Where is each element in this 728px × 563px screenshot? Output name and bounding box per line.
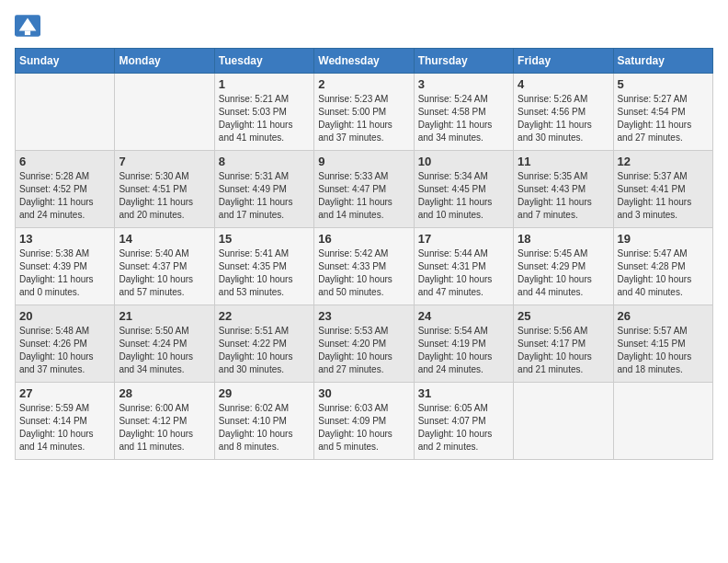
calendar-cell: 22Sunrise: 5:51 AM Sunset: 4:22 PM Dayli… xyxy=(214,305,313,383)
calendar-cell: 19Sunrise: 5:47 AM Sunset: 4:28 PM Dayli… xyxy=(613,228,712,305)
weekday-header: Thursday xyxy=(414,49,513,74)
day-info: Sunrise: 5:24 AM Sunset: 4:58 PM Dayligh… xyxy=(418,93,509,144)
day-number: 13 xyxy=(19,232,110,246)
calendar-cell: 23Sunrise: 5:53 AM Sunset: 4:20 PM Dayli… xyxy=(314,305,414,383)
day-info: Sunrise: 5:41 AM Sunset: 4:35 PM Dayligh… xyxy=(219,247,310,299)
logo-icon xyxy=(15,15,40,37)
calendar-cell: 3Sunrise: 5:24 AM Sunset: 4:58 PM Daylig… xyxy=(414,74,513,151)
calendar-cell: 17Sunrise: 5:44 AM Sunset: 4:31 PM Dayli… xyxy=(414,228,513,305)
day-number: 18 xyxy=(518,232,609,246)
calendar-cell: 11Sunrise: 5:35 AM Sunset: 4:43 PM Dayli… xyxy=(514,151,613,228)
calendar-cell: 26Sunrise: 5:57 AM Sunset: 4:15 PM Dayli… xyxy=(613,305,712,383)
day-number: 9 xyxy=(318,155,409,168)
day-info: Sunrise: 6:02 AM Sunset: 4:10 PM Dayligh… xyxy=(219,402,310,454)
day-number: 20 xyxy=(19,309,110,323)
svg-rect-2 xyxy=(25,30,30,35)
day-info: Sunrise: 5:26 AM Sunset: 4:56 PM Dayligh… xyxy=(518,93,609,144)
day-number: 26 xyxy=(618,309,709,323)
day-info: Sunrise: 5:27 AM Sunset: 4:54 PM Dayligh… xyxy=(618,93,709,144)
calendar-cell: 20Sunrise: 5:48 AM Sunset: 4:26 PM Dayli… xyxy=(16,305,115,383)
day-info: Sunrise: 6:03 AM Sunset: 4:09 PM Dayligh… xyxy=(318,402,409,454)
weekday-header: Tuesday xyxy=(214,49,313,74)
day-info: Sunrise: 5:51 AM Sunset: 4:22 PM Dayligh… xyxy=(219,325,310,376)
day-number: 21 xyxy=(119,309,210,323)
day-number: 5 xyxy=(618,77,709,91)
calendar-cell: 30Sunrise: 6:03 AM Sunset: 4:09 PM Dayli… xyxy=(314,383,414,460)
calendar-cell: 6Sunrise: 5:28 AM Sunset: 4:52 PM Daylig… xyxy=(16,151,115,228)
day-info: Sunrise: 5:53 AM Sunset: 4:20 PM Dayligh… xyxy=(318,325,409,376)
day-info: Sunrise: 5:42 AM Sunset: 4:33 PM Dayligh… xyxy=(318,247,409,299)
calendar-cell xyxy=(514,383,613,460)
calendar-cell: 9Sunrise: 5:33 AM Sunset: 4:47 PM Daylig… xyxy=(314,151,414,228)
day-number: 30 xyxy=(318,386,409,400)
day-number: 16 xyxy=(318,232,409,246)
calendar-cell: 10Sunrise: 5:34 AM Sunset: 4:45 PM Dayli… xyxy=(414,151,513,228)
day-number: 28 xyxy=(119,386,210,400)
day-info: Sunrise: 6:00 AM Sunset: 4:12 PM Dayligh… xyxy=(119,402,210,454)
weekday-header: Friday xyxy=(514,49,613,74)
day-info: Sunrise: 5:40 AM Sunset: 4:37 PM Dayligh… xyxy=(119,247,210,299)
day-number: 7 xyxy=(119,155,210,168)
calendar-cell: 21Sunrise: 5:50 AM Sunset: 4:24 PM Dayli… xyxy=(115,305,214,383)
weekday-header: Monday xyxy=(115,49,214,74)
day-number: 23 xyxy=(318,309,409,323)
day-info: Sunrise: 5:35 AM Sunset: 4:43 PM Dayligh… xyxy=(518,170,609,222)
day-info: Sunrise: 5:44 AM Sunset: 4:31 PM Dayligh… xyxy=(418,247,509,299)
calendar-table: SundayMondayTuesdayWednesdayThursdayFrid… xyxy=(15,48,713,460)
calendar-week-row: 6Sunrise: 5:28 AM Sunset: 4:52 PM Daylig… xyxy=(16,151,713,228)
day-number: 25 xyxy=(518,309,609,323)
day-info: Sunrise: 5:57 AM Sunset: 4:15 PM Dayligh… xyxy=(618,325,709,376)
weekday-header: Sunday xyxy=(16,49,115,74)
calendar-cell: 1Sunrise: 5:21 AM Sunset: 5:03 PM Daylig… xyxy=(214,74,313,151)
calendar-cell: 14Sunrise: 5:40 AM Sunset: 4:37 PM Dayli… xyxy=(115,228,214,305)
calendar-cell: 5Sunrise: 5:27 AM Sunset: 4:54 PM Daylig… xyxy=(613,74,712,151)
page-header xyxy=(15,15,713,37)
day-number: 19 xyxy=(618,232,709,246)
calendar-week-row: 1Sunrise: 5:21 AM Sunset: 5:03 PM Daylig… xyxy=(16,74,713,151)
day-number: 8 xyxy=(219,155,310,168)
calendar-cell: 24Sunrise: 5:54 AM Sunset: 4:19 PM Dayli… xyxy=(414,305,513,383)
day-info: Sunrise: 5:37 AM Sunset: 4:41 PM Dayligh… xyxy=(618,170,709,222)
day-info: Sunrise: 5:48 AM Sunset: 4:26 PM Dayligh… xyxy=(19,325,110,376)
calendar-cell: 31Sunrise: 6:05 AM Sunset: 4:07 PM Dayli… xyxy=(414,383,513,460)
day-info: Sunrise: 6:05 AM Sunset: 4:07 PM Dayligh… xyxy=(418,402,509,454)
day-info: Sunrise: 5:38 AM Sunset: 4:39 PM Dayligh… xyxy=(19,247,110,299)
day-info: Sunrise: 5:47 AM Sunset: 4:28 PM Dayligh… xyxy=(618,247,709,299)
day-info: Sunrise: 5:21 AM Sunset: 5:03 PM Dayligh… xyxy=(219,93,310,144)
day-info: Sunrise: 5:23 AM Sunset: 5:00 PM Dayligh… xyxy=(318,93,409,144)
day-number: 12 xyxy=(618,155,709,168)
day-info: Sunrise: 5:31 AM Sunset: 4:49 PM Dayligh… xyxy=(219,170,310,222)
logo xyxy=(15,15,44,37)
calendar-cell xyxy=(16,74,115,151)
calendar-cell xyxy=(613,383,712,460)
day-info: Sunrise: 5:54 AM Sunset: 4:19 PM Dayligh… xyxy=(418,325,509,376)
calendar-cell: 28Sunrise: 6:00 AM Sunset: 4:12 PM Dayli… xyxy=(115,383,214,460)
day-number: 27 xyxy=(19,386,110,400)
calendar-cell: 18Sunrise: 5:45 AM Sunset: 4:29 PM Dayli… xyxy=(514,228,613,305)
weekday-header: Saturday xyxy=(613,49,712,74)
calendar-cell: 7Sunrise: 5:30 AM Sunset: 4:51 PM Daylig… xyxy=(115,151,214,228)
day-number: 3 xyxy=(418,77,509,91)
day-number: 31 xyxy=(418,386,509,400)
day-number: 10 xyxy=(418,155,509,168)
weekday-header: Wednesday xyxy=(314,49,414,74)
day-info: Sunrise: 5:59 AM Sunset: 4:14 PM Dayligh… xyxy=(19,402,110,454)
day-number: 2 xyxy=(318,77,409,91)
calendar-cell xyxy=(115,74,214,151)
day-info: Sunrise: 5:30 AM Sunset: 4:51 PM Dayligh… xyxy=(119,170,210,222)
calendar-cell: 25Sunrise: 5:56 AM Sunset: 4:17 PM Dayli… xyxy=(514,305,613,383)
day-info: Sunrise: 5:34 AM Sunset: 4:45 PM Dayligh… xyxy=(418,170,509,222)
calendar-week-row: 13Sunrise: 5:38 AM Sunset: 4:39 PM Dayli… xyxy=(16,228,713,305)
day-info: Sunrise: 5:45 AM Sunset: 4:29 PM Dayligh… xyxy=(518,247,609,299)
day-number: 29 xyxy=(219,386,310,400)
calendar-cell: 4Sunrise: 5:26 AM Sunset: 4:56 PM Daylig… xyxy=(514,74,613,151)
calendar-cell: 15Sunrise: 5:41 AM Sunset: 4:35 PM Dayli… xyxy=(214,228,313,305)
day-number: 17 xyxy=(418,232,509,246)
calendar-cell: 16Sunrise: 5:42 AM Sunset: 4:33 PM Dayli… xyxy=(314,228,414,305)
day-info: Sunrise: 5:33 AM Sunset: 4:47 PM Dayligh… xyxy=(318,170,409,222)
day-number: 11 xyxy=(518,155,609,168)
calendar-cell: 29Sunrise: 6:02 AM Sunset: 4:10 PM Dayli… xyxy=(214,383,313,460)
calendar-cell: 8Sunrise: 5:31 AM Sunset: 4:49 PM Daylig… xyxy=(214,151,313,228)
day-number: 24 xyxy=(418,309,509,323)
calendar-cell: 13Sunrise: 5:38 AM Sunset: 4:39 PM Dayli… xyxy=(16,228,115,305)
